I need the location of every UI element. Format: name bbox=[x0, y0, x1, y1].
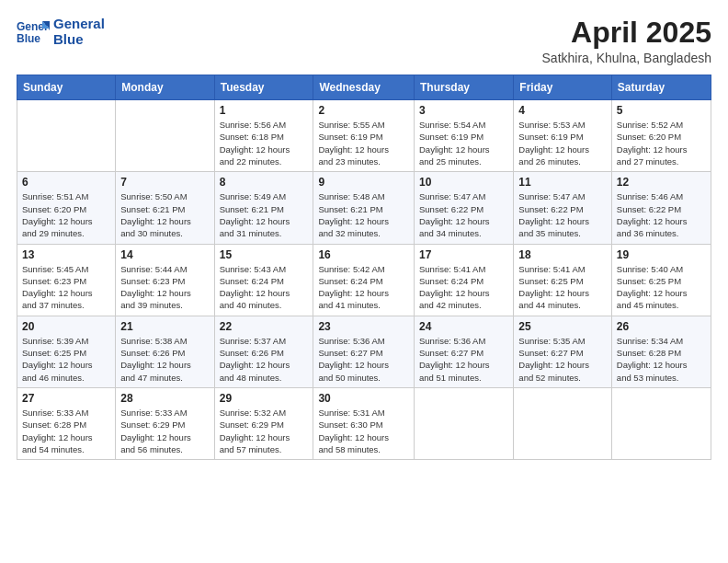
day-number: 16 bbox=[318, 248, 409, 261]
calendar-cell bbox=[116, 100, 214, 172]
day-number: 27 bbox=[22, 392, 110, 405]
day-info: Sunrise: 5:36 AM Sunset: 6:27 PM Dayligh… bbox=[318, 335, 409, 384]
page: General Blue General Blue April 2025 Sat… bbox=[0, 0, 728, 563]
calendar-cell: 22Sunrise: 5:37 AM Sunset: 6:26 PM Dayli… bbox=[214, 316, 313, 387]
col-header-tuesday: Tuesday bbox=[214, 75, 313, 100]
day-number: 25 bbox=[518, 320, 607, 333]
day-info: Sunrise: 5:48 AM Sunset: 6:21 PM Dayligh… bbox=[318, 190, 409, 239]
day-number: 6 bbox=[22, 176, 110, 189]
calendar-cell: 4Sunrise: 5:53 AM Sunset: 6:19 PM Daylig… bbox=[514, 100, 612, 172]
calendar-week-4: 20Sunrise: 5:39 AM Sunset: 6:25 PM Dayli… bbox=[17, 316, 711, 387]
calendar-cell: 21Sunrise: 5:38 AM Sunset: 6:26 PM Dayli… bbox=[116, 316, 214, 387]
day-info: Sunrise: 5:47 AM Sunset: 6:22 PM Dayligh… bbox=[419, 190, 508, 239]
day-info: Sunrise: 5:34 AM Sunset: 6:28 PM Dayligh… bbox=[617, 335, 706, 384]
calendar-cell: 30Sunrise: 5:31 AM Sunset: 6:30 PM Dayli… bbox=[313, 387, 415, 459]
day-number: 29 bbox=[220, 392, 309, 405]
col-header-wednesday: Wednesday bbox=[313, 75, 415, 100]
day-info: Sunrise: 5:50 AM Sunset: 6:21 PM Dayligh… bbox=[120, 190, 209, 239]
calendar-week-3: 13Sunrise: 5:45 AM Sunset: 6:23 PM Dayli… bbox=[17, 244, 711, 316]
calendar-week-2: 6Sunrise: 5:51 AM Sunset: 6:20 PM Daylig… bbox=[17, 172, 711, 244]
day-info: Sunrise: 5:46 AM Sunset: 6:22 PM Dayligh… bbox=[617, 190, 706, 239]
day-info: Sunrise: 5:52 AM Sunset: 6:20 PM Dayligh… bbox=[617, 119, 706, 167]
calendar-cell: 1Sunrise: 5:56 AM Sunset: 6:18 PM Daylig… bbox=[214, 100, 313, 172]
calendar-cell: 29Sunrise: 5:32 AM Sunset: 6:29 PM Dayli… bbox=[214, 387, 313, 459]
title-block: April 2025 Satkhira, Khulna, Bangladesh bbox=[542, 17, 711, 65]
day-info: Sunrise: 5:49 AM Sunset: 6:21 PM Dayligh… bbox=[220, 190, 309, 239]
day-number: 2 bbox=[318, 104, 409, 117]
day-info: Sunrise: 5:55 AM Sunset: 6:19 PM Dayligh… bbox=[318, 119, 409, 167]
svg-text:Blue: Blue bbox=[17, 32, 40, 45]
day-info: Sunrise: 5:39 AM Sunset: 6:25 PM Dayligh… bbox=[22, 335, 110, 384]
logo-icon: General Blue bbox=[17, 17, 50, 47]
calendar-cell: 15Sunrise: 5:43 AM Sunset: 6:24 PM Dayli… bbox=[214, 244, 313, 316]
col-header-monday: Monday bbox=[116, 75, 214, 100]
calendar-cell: 8Sunrise: 5:49 AM Sunset: 6:21 PM Daylig… bbox=[214, 172, 313, 244]
logo: General Blue General Blue bbox=[17, 17, 105, 47]
calendar-cell: 17Sunrise: 5:41 AM Sunset: 6:24 PM Dayli… bbox=[415, 244, 514, 316]
calendar-cell: 18Sunrise: 5:41 AM Sunset: 6:25 PM Dayli… bbox=[514, 244, 612, 316]
calendar-cell bbox=[415, 387, 514, 459]
day-info: Sunrise: 5:43 AM Sunset: 6:24 PM Dayligh… bbox=[220, 263, 309, 312]
day-info: Sunrise: 5:42 AM Sunset: 6:24 PM Dayligh… bbox=[318, 263, 409, 312]
calendar-cell bbox=[17, 100, 116, 172]
col-header-saturday: Saturday bbox=[611, 75, 711, 100]
calendar-cell: 16Sunrise: 5:42 AM Sunset: 6:24 PM Dayli… bbox=[313, 244, 415, 316]
calendar-cell: 12Sunrise: 5:46 AM Sunset: 6:22 PM Dayli… bbox=[611, 172, 711, 244]
day-info: Sunrise: 5:41 AM Sunset: 6:24 PM Dayligh… bbox=[419, 263, 508, 312]
col-header-thursday: Thursday bbox=[415, 75, 514, 100]
calendar-cell: 28Sunrise: 5:33 AM Sunset: 6:29 PM Dayli… bbox=[116, 387, 214, 459]
calendar-cell: 27Sunrise: 5:33 AM Sunset: 6:28 PM Dayli… bbox=[17, 387, 116, 459]
calendar-cell: 25Sunrise: 5:35 AM Sunset: 6:27 PM Dayli… bbox=[514, 316, 612, 387]
day-number: 22 bbox=[220, 320, 309, 333]
calendar-cell: 26Sunrise: 5:34 AM Sunset: 6:28 PM Dayli… bbox=[611, 316, 711, 387]
col-header-sunday: Sunday bbox=[17, 75, 116, 100]
calendar-header-row: SundayMondayTuesdayWednesdayThursdayFrid… bbox=[17, 75, 711, 100]
header: General Blue General Blue April 2025 Sat… bbox=[17, 17, 711, 65]
calendar-cell bbox=[514, 387, 612, 459]
calendar-cell: 3Sunrise: 5:54 AM Sunset: 6:19 PM Daylig… bbox=[415, 100, 514, 172]
subtitle: Satkhira, Khulna, Bangladesh bbox=[542, 51, 711, 65]
day-info: Sunrise: 5:32 AM Sunset: 6:29 PM Dayligh… bbox=[220, 407, 309, 455]
day-info: Sunrise: 5:38 AM Sunset: 6:26 PM Dayligh… bbox=[120, 335, 209, 384]
calendar-week-5: 27Sunrise: 5:33 AM Sunset: 6:28 PM Dayli… bbox=[17, 387, 711, 459]
day-number: 15 bbox=[220, 248, 309, 261]
calendar-cell: 23Sunrise: 5:36 AM Sunset: 6:27 PM Dayli… bbox=[313, 316, 415, 387]
calendar-cell: 10Sunrise: 5:47 AM Sunset: 6:22 PM Dayli… bbox=[415, 172, 514, 244]
day-number: 19 bbox=[617, 248, 706, 261]
day-info: Sunrise: 5:54 AM Sunset: 6:19 PM Dayligh… bbox=[419, 119, 508, 167]
day-number: 8 bbox=[220, 176, 309, 189]
calendar-cell: 20Sunrise: 5:39 AM Sunset: 6:25 PM Dayli… bbox=[17, 316, 116, 387]
calendar-cell: 24Sunrise: 5:36 AM Sunset: 6:27 PM Dayli… bbox=[415, 316, 514, 387]
day-number: 24 bbox=[419, 320, 508, 333]
day-number: 3 bbox=[419, 104, 508, 117]
calendar-cell: 2Sunrise: 5:55 AM Sunset: 6:19 PM Daylig… bbox=[313, 100, 415, 172]
col-header-friday: Friday bbox=[514, 75, 612, 100]
day-number: 10 bbox=[419, 176, 508, 189]
day-info: Sunrise: 5:41 AM Sunset: 6:25 PM Dayligh… bbox=[518, 263, 607, 312]
day-info: Sunrise: 5:51 AM Sunset: 6:20 PM Dayligh… bbox=[22, 190, 110, 239]
day-number: 17 bbox=[419, 248, 508, 261]
day-number: 7 bbox=[120, 176, 209, 189]
day-number: 30 bbox=[318, 392, 409, 405]
calendar-cell: 19Sunrise: 5:40 AM Sunset: 6:25 PM Dayli… bbox=[611, 244, 711, 316]
day-info: Sunrise: 5:33 AM Sunset: 6:28 PM Dayligh… bbox=[22, 407, 110, 455]
logo-text-blue: Blue bbox=[53, 32, 105, 48]
calendar-cell: 9Sunrise: 5:48 AM Sunset: 6:21 PM Daylig… bbox=[313, 172, 415, 244]
day-number: 18 bbox=[518, 248, 607, 261]
day-info: Sunrise: 5:45 AM Sunset: 6:23 PM Dayligh… bbox=[22, 263, 110, 312]
calendar-cell: 13Sunrise: 5:45 AM Sunset: 6:23 PM Dayli… bbox=[17, 244, 116, 316]
calendar-table: SundayMondayTuesdayWednesdayThursdayFrid… bbox=[17, 75, 711, 460]
calendar-week-1: 1Sunrise: 5:56 AM Sunset: 6:18 PM Daylig… bbox=[17, 100, 711, 172]
main-title: April 2025 bbox=[542, 17, 711, 49]
calendar-cell: 6Sunrise: 5:51 AM Sunset: 6:20 PM Daylig… bbox=[17, 172, 116, 244]
day-number: 14 bbox=[120, 248, 209, 261]
day-number: 9 bbox=[318, 176, 409, 189]
calendar-cell: 14Sunrise: 5:44 AM Sunset: 6:23 PM Dayli… bbox=[116, 244, 214, 316]
day-number: 13 bbox=[22, 248, 110, 261]
day-number: 11 bbox=[518, 176, 607, 189]
day-info: Sunrise: 5:56 AM Sunset: 6:18 PM Dayligh… bbox=[220, 119, 309, 167]
day-number: 1 bbox=[220, 104, 309, 117]
day-number: 12 bbox=[617, 176, 706, 189]
day-number: 5 bbox=[617, 104, 706, 117]
day-info: Sunrise: 5:37 AM Sunset: 6:26 PM Dayligh… bbox=[220, 335, 309, 384]
